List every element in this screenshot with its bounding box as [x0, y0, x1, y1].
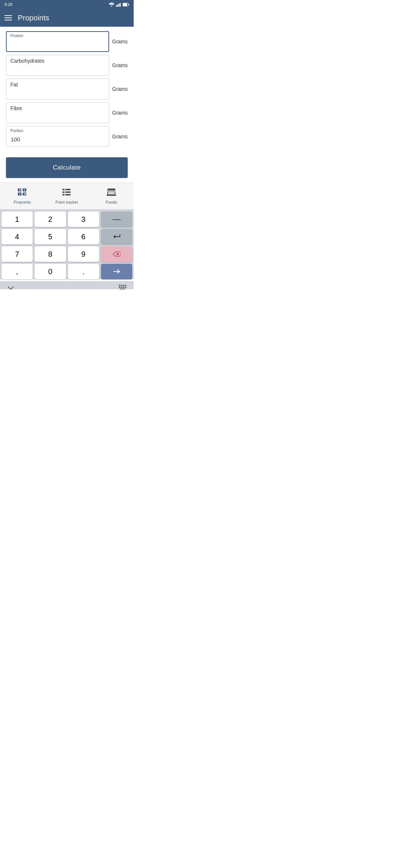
svg-rect-42: [120, 289, 125, 290]
calculate-button[interactable]: Calculate: [6, 157, 128, 178]
key-7[interactable]: 7: [1, 246, 33, 262]
tab-foods[interactable]: Foods: [89, 183, 134, 209]
svg-rect-30: [107, 195, 116, 196]
tab-pointtracker-label: Point tracker: [55, 200, 78, 204]
svg-rect-36: [123, 285, 124, 286]
tab-pointtracker[interactable]: Point tracker: [45, 183, 89, 209]
svg-rect-6: [128, 4, 129, 5]
svg-rect-16: [24, 193, 25, 195]
protein-row: Protein Grams: [6, 31, 128, 52]
svg-rect-20: [62, 191, 65, 193]
svg-rect-21: [65, 191, 71, 193]
keyboard-row-2: 4 5 6: [1, 229, 132, 244]
fibre-group: Fibre Grams: [6, 102, 128, 123]
svg-rect-22: [62, 194, 65, 195]
protein-group: Protein Grams: [6, 31, 128, 52]
key-6[interactable]: 6: [68, 229, 99, 244]
svg-point-0: [111, 6, 112, 7]
keyboard-collapse-icon[interactable]: [7, 284, 14, 290]
fibre-row: Fibre Grams: [6, 102, 128, 123]
numeric-keyboard: 1 2 3 — 4 5 6 7 8 9 , 0 .: [0, 209, 134, 279]
svg-rect-23: [65, 194, 71, 195]
svg-rect-29: [108, 192, 115, 194]
tab-propoints[interactable]: Propoints: [0, 183, 45, 209]
svg-rect-18: [62, 189, 65, 190]
app-title: Propoints: [18, 14, 49, 22]
key-8[interactable]: 8: [35, 246, 66, 262]
foods-icon: [107, 188, 116, 198]
carbohydrates-label: Carbohydrates: [10, 58, 45, 64]
svg-rect-13: [21, 189, 22, 191]
carbohydrates-group: Carbohydrates Grams: [6, 55, 128, 76]
main-content: Protein Grams Carbohydrates Grams Fat Gr…: [0, 27, 134, 183]
carbohydrates-row: Carbohydrates Grams: [6, 55, 128, 76]
status-time: 9:28: [4, 2, 12, 7]
svg-rect-12: [19, 189, 20, 191]
key-dot[interactable]: .: [68, 264, 99, 279]
menu-button[interactable]: [4, 15, 12, 20]
key-3[interactable]: 3: [68, 211, 99, 227]
key-go[interactable]: [101, 264, 132, 279]
svg-rect-4: [120, 3, 121, 7]
svg-rect-19: [65, 189, 71, 190]
bottom-tabs: Propoints Point tracker: [0, 183, 134, 209]
svg-rect-39: [121, 287, 123, 288]
key-minus[interactable]: —: [101, 211, 132, 227]
portion-unit: Grams: [112, 134, 128, 139]
svg-rect-7: [123, 3, 127, 6]
svg-rect-14: [24, 189, 25, 191]
status-bar: 9:28: [0, 0, 134, 9]
key-0[interactable]: 0: [35, 264, 66, 279]
portion-label: Portion: [10, 128, 23, 133]
fibre-unit: Grams: [112, 110, 128, 116]
tab-foods-label: Foods: [106, 200, 117, 204]
key-1[interactable]: 1: [1, 211, 33, 227]
key-4[interactable]: 4: [1, 229, 33, 244]
fat-label: Fat: [10, 82, 18, 88]
svg-rect-17: [26, 193, 26, 195]
fat-row: Fat Grams: [6, 79, 128, 99]
keyboard-row-4: , 0 .: [1, 264, 132, 279]
svg-rect-37: [125, 285, 127, 286]
signal-icon: [116, 3, 121, 7]
keyboard-toolbar: [0, 281, 134, 289]
fat-input[interactable]: [6, 79, 109, 99]
svg-rect-40: [123, 287, 124, 288]
protein-unit: Grams: [112, 39, 128, 45]
portion-group: Portion Grams: [6, 126, 128, 147]
key-backspace[interactable]: [101, 246, 132, 262]
svg-rect-38: [119, 287, 120, 288]
app-bar: Propoints: [0, 9, 134, 27]
key-comma[interactable]: ,: [1, 264, 33, 279]
svg-rect-34: [119, 285, 120, 286]
fat-group: Fat Grams: [6, 79, 128, 99]
svg-rect-3: [118, 4, 120, 7]
battery-icon: [123, 3, 129, 7]
pointtracker-icon: [62, 188, 71, 198]
svg-rect-41: [125, 287, 127, 288]
svg-rect-15: [19, 193, 20, 195]
fat-unit: Grams: [112, 86, 128, 92]
wifi-icon: [109, 3, 114, 7]
protein-label: Protein: [10, 33, 23, 38]
svg-rect-31: [108, 188, 115, 190]
status-icons: [109, 3, 129, 7]
key-9[interactable]: 9: [68, 246, 99, 262]
tab-propoints-label: Propoints: [14, 200, 31, 204]
keyboard-row-1: 1 2 3 —: [1, 211, 132, 227]
portion-row: Portion Grams: [6, 126, 128, 147]
keyboard-row-3: 7 8 9: [1, 246, 132, 262]
svg-rect-35: [121, 285, 123, 286]
carbohydrates-unit: Grams: [112, 62, 128, 68]
keyboard-switch-icon[interactable]: [119, 284, 126, 290]
svg-rect-2: [117, 4, 118, 7]
fibre-label: Fibre: [10, 105, 22, 111]
key-enter[interactable]: [101, 229, 132, 244]
key-5[interactable]: 5: [35, 229, 66, 244]
key-2[interactable]: 2: [35, 211, 66, 227]
propoints-icon: [17, 188, 27, 198]
svg-rect-1: [116, 5, 117, 7]
